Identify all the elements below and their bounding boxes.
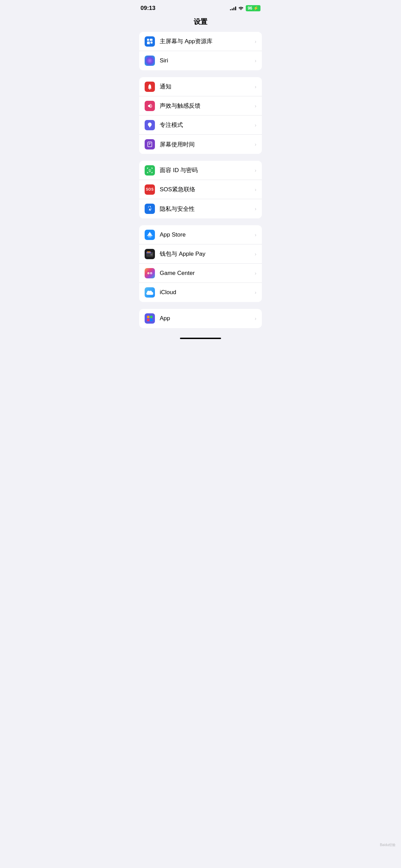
wifi-icon [238, 5, 244, 11]
svg-rect-6 [149, 143, 151, 144]
page-title: 设置 [134, 14, 267, 32]
row-label-siri: Siri [160, 57, 252, 64]
face-id-icon [145, 165, 155, 176]
notifications-icon [145, 82, 155, 92]
svg-point-19 [148, 273, 148, 273]
row-label-appstore: App Store [160, 231, 252, 238]
chevron-icon: › [255, 270, 256, 276]
app-icon [145, 313, 155, 324]
appstore-icon [145, 230, 155, 240]
svg-point-4 [149, 88, 150, 89]
row-label-sos: SOS紧急联络 [160, 185, 252, 193]
settings-section-4: App Store › 钱包与 Apple Pay › [139, 225, 262, 302]
svg-rect-3 [150, 41, 153, 44]
icloud-icon [145, 287, 155, 298]
battery-icon: 96 ⚡ [246, 5, 260, 11]
row-label-home-screen: 主屏幕与 App资源库 [160, 37, 252, 45]
row-label-screen-time: 屏幕使用时间 [160, 141, 252, 148]
svg-point-20 [151, 273, 151, 273]
chevron-icon: › [255, 316, 256, 321]
chevron-icon: › [255, 122, 256, 128]
row-app[interactable]: App › [139, 309, 262, 328]
settings-section-2: 通知 › 声效与触感反馈 › 专注模式 › 屏幕使用时间 [139, 77, 262, 154]
gamecenter-icon [145, 268, 155, 278]
row-label-face-id: 面容 ID 与密码 [160, 166, 252, 174]
settings-section-1: 主屏幕与 App资源库 › Siri › [139, 32, 262, 70]
row-label-icloud: iCloud [160, 289, 252, 296]
chevron-icon: › [255, 58, 256, 63]
row-home-screen[interactable]: 主屏幕与 App资源库 › [139, 32, 262, 51]
row-notifications[interactable]: 通知 › [139, 77, 262, 96]
row-label-notifications: 通知 [160, 83, 252, 91]
focus-icon [145, 120, 155, 130]
svg-rect-7 [149, 144, 150, 145]
row-siri[interactable]: Siri › [139, 51, 262, 70]
chevron-icon: › [255, 142, 256, 147]
home-screen-icon [145, 36, 155, 47]
chevron-icon: › [255, 103, 256, 109]
svg-rect-1 [150, 39, 153, 41]
sounds-icon [145, 101, 155, 111]
chevron-icon: › [255, 84, 256, 89]
chevron-icon: › [255, 39, 256, 44]
home-indicator [134, 335, 267, 341]
row-label-sounds: 声效与触感反馈 [160, 102, 252, 110]
chevron-icon: › [255, 168, 256, 173]
row-face-id[interactable]: 面容 ID 与密码 › [139, 161, 262, 180]
row-sounds[interactable]: 声效与触感反馈 › [139, 96, 262, 116]
row-privacy[interactable]: 隐私与安全性 › [139, 199, 262, 218]
svg-rect-2 [147, 41, 150, 44]
row-label-wallet: 钱包与 Apple Pay [160, 250, 252, 258]
settings-section-3: 面容 ID 与密码 › SOS SOS紧急联络 › 隐私与安全性 › [139, 161, 262, 218]
chevron-icon: › [255, 290, 256, 295]
home-bar [180, 338, 221, 339]
svg-rect-0 [147, 39, 149, 41]
siri-icon [145, 56, 155, 66]
row-label-privacy: 隐私与安全性 [160, 205, 252, 213]
row-label-focus: 专注模式 [160, 121, 252, 129]
chevron-icon: › [255, 187, 256, 192]
svg-point-8 [149, 209, 150, 210]
row-label-gamecenter: Game Center [160, 270, 252, 277]
sos-icon: SOS [145, 184, 155, 195]
svg-rect-14 [150, 254, 153, 255]
svg-rect-13 [147, 251, 150, 253]
chevron-icon: › [255, 251, 256, 257]
status-icons: 96 ⚡ [230, 5, 260, 11]
row-focus[interactable]: 专注模式 › [139, 116, 262, 135]
row-sos[interactable]: SOS SOS紧急联络 › [139, 180, 262, 199]
svg-rect-24 [150, 319, 153, 321]
svg-rect-21 [147, 316, 149, 318]
status-bar: 09:13 96 ⚡ [134, 0, 267, 14]
screen-time-icon [145, 139, 155, 149]
row-label-app: App [160, 315, 252, 322]
chevron-icon: › [255, 206, 256, 212]
row-gamecenter[interactable]: Game Center › [139, 264, 262, 283]
settings-section-5: App › [139, 309, 262, 328]
privacy-icon [145, 204, 155, 214]
signal-icon [230, 6, 236, 10]
row-icloud[interactable]: iCloud › [139, 283, 262, 302]
chevron-icon: › [255, 232, 256, 238]
wallet-icon [145, 249, 155, 259]
row-screen-time[interactable]: 屏幕使用时间 › [139, 135, 262, 154]
battery-level: 96 [248, 6, 252, 11]
row-wallet[interactable]: 钱包与 Apple Pay › [139, 244, 262, 264]
svg-rect-22 [150, 316, 153, 318]
status-time: 09:13 [141, 5, 155, 12]
svg-rect-23 [147, 319, 149, 321]
row-appstore[interactable]: App Store › [139, 225, 262, 244]
